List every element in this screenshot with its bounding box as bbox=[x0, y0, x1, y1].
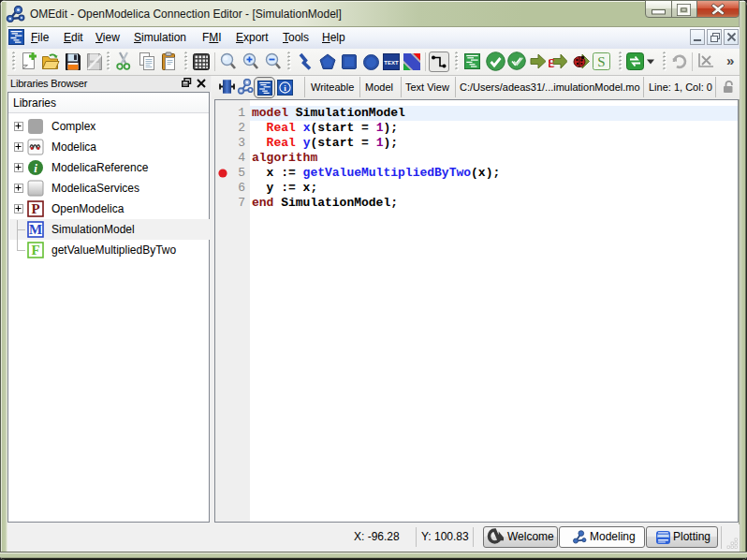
svg-text:ε: ε bbox=[549, 52, 555, 70]
svg-text:P: P bbox=[31, 201, 39, 216]
svg-text:i: i bbox=[34, 161, 37, 175]
svg-text:M: M bbox=[29, 222, 42, 237]
svg-text:TEXT: TEXT bbox=[384, 60, 399, 66]
svg-text:F: F bbox=[31, 243, 39, 258]
svg-text:S: S bbox=[597, 54, 605, 69]
